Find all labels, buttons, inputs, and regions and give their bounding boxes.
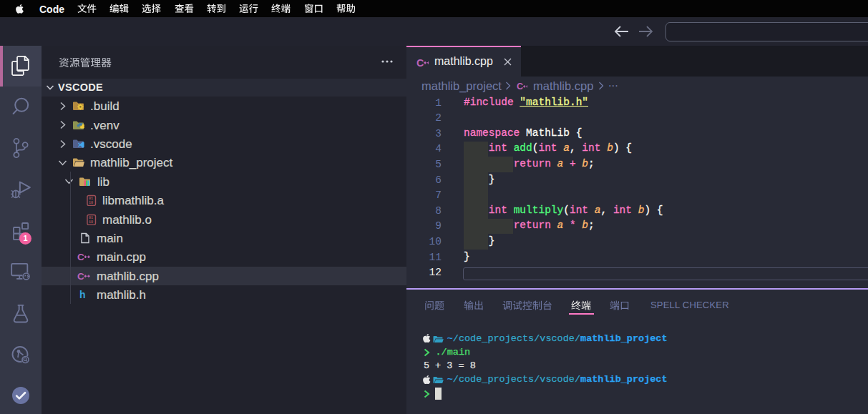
svg-text:C: C (77, 271, 84, 282)
svg-text:C: C (416, 57, 424, 69)
svg-text:10: 10 (89, 220, 93, 225)
svg-text:C: C (517, 82, 523, 92)
svg-text:C: C (77, 252, 84, 262)
svg-text:10: 10 (89, 201, 93, 205)
svg-text:h: h (79, 289, 86, 300)
